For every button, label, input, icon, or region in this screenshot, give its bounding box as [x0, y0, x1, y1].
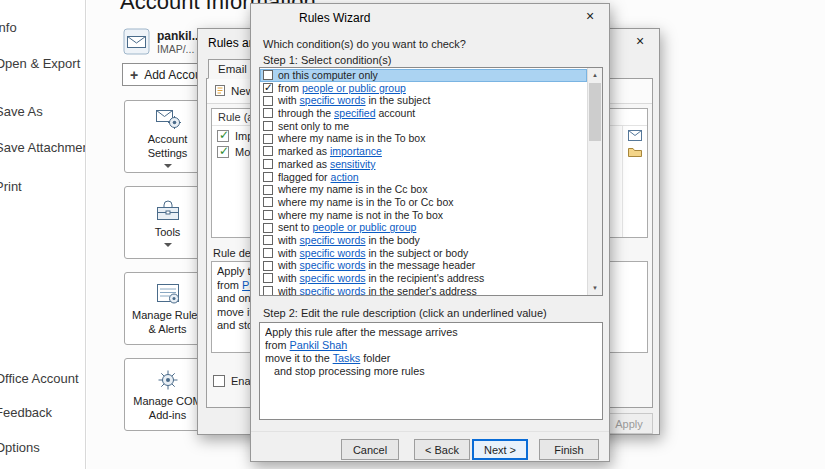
condition-checkbox[interactable]	[263, 235, 273, 245]
wizard-question: Which condition(s) do you want to check?	[263, 38, 466, 50]
sidebar-item-print[interactable]: Print	[0, 179, 22, 194]
text-segment: from	[278, 82, 302, 94]
scroll-down-icon[interactable]: ▼	[588, 281, 602, 295]
condition-value-link[interactable]: people or public group	[312, 221, 416, 233]
tools-icon	[155, 198, 181, 224]
rules-alerts-icon	[155, 281, 181, 307]
sidebar-item-info[interactable]: Info	[0, 20, 17, 35]
condition-checkbox[interactable]	[263, 223, 273, 233]
condition-row[interactable]: sent only to me	[260, 120, 587, 133]
condition-checkbox[interactable]	[263, 146, 273, 156]
condition-label: on this computer only	[278, 69, 378, 82]
next-button[interactable]: Next >	[472, 439, 528, 460]
wizard-value-link[interactable]: Pankil Shah	[290, 339, 348, 351]
condition-checkbox[interactable]	[263, 172, 273, 182]
condition-checkbox[interactable]	[263, 159, 273, 169]
condition-value-link[interactable]: sensitivity	[330, 158, 376, 170]
text-segment: in the subject	[366, 94, 431, 106]
condition-checkbox[interactable]	[263, 121, 273, 131]
wizard-title-bar[interactable]: Rules Wizard ×	[251, 4, 609, 32]
condition-row[interactable]: through the specified account	[260, 107, 587, 120]
step1-label: Step 1: Select condition(s)	[263, 54, 391, 66]
wizard-description-line: Apply this rule after the message arrive…	[265, 326, 597, 339]
condition-row[interactable]: with specific words in the body	[260, 234, 587, 247]
rule-checkbox[interactable]: ✓	[217, 146, 229, 158]
condition-checkbox[interactable]	[263, 286, 273, 295]
condition-value-link[interactable]: specific words	[300, 285, 366, 295]
sidebar-item-save-as[interactable]: Save As	[0, 104, 43, 119]
conditions-listbox: on this computer only✓from people or pub…	[259, 67, 603, 296]
cancel-button[interactable]: Cancel	[341, 439, 399, 460]
enable-rules-checkbox[interactable]	[213, 375, 225, 387]
condition-checkbox[interactable]	[263, 197, 273, 207]
wizard-value-link[interactable]: Tasks	[333, 352, 361, 364]
condition-checkbox[interactable]	[263, 134, 273, 144]
condition-checkbox[interactable]	[263, 185, 273, 195]
rule-checkbox[interactable]: ✓	[217, 130, 229, 142]
text-segment: where my name is in the Cc box	[278, 183, 427, 195]
condition-row[interactable]: with specific words in the subject	[260, 94, 587, 107]
condition-row[interactable]: with specific words in the subject or bo…	[260, 247, 587, 260]
condition-row[interactable]: ✓from people or public group	[260, 82, 587, 95]
condition-label: marked as importance	[278, 145, 382, 158]
text-segment: in the sender's address	[366, 285, 477, 295]
text-segment: with	[278, 234, 300, 246]
condition-label: with specific words in the sender's addr…	[278, 285, 477, 295]
wizard-description-box: Apply this rule after the message arrive…	[259, 322, 603, 420]
account-text: pankil... IMAP/...	[157, 29, 202, 55]
condition-row[interactable]: with specific words in the sender's addr…	[260, 285, 587, 295]
account-settings-icon	[155, 105, 181, 131]
condition-row[interactable]: flagged for action	[260, 171, 587, 184]
condition-checkbox[interactable]	[263, 108, 273, 118]
text-segment: sent to	[278, 221, 312, 233]
new-rule-icon	[214, 84, 226, 99]
condition-value-link[interactable]: people or public group	[302, 82, 406, 94]
condition-value-link[interactable]: specific words	[300, 234, 366, 246]
text-segment: with	[278, 272, 300, 284]
sidebar-item-save-attachments[interactable]: Save Attachments	[0, 140, 86, 155]
apply-button[interactable]: Apply	[605, 413, 653, 434]
condition-value-link[interactable]: specified	[334, 107, 375, 119]
condition-row[interactable]: sent to people or public group	[260, 221, 587, 234]
condition-value-link[interactable]: importance	[330, 145, 382, 157]
sidebar-item-feedback[interactable]: Feedback	[0, 405, 52, 420]
scrollbar[interactable]: ▲ ▼	[587, 68, 602, 295]
close-icon[interactable]: ×	[623, 30, 657, 51]
condition-value-link[interactable]: specific words	[300, 259, 366, 271]
condition-row[interactable]: where my name is in the To or Cc box	[260, 196, 587, 209]
condition-value-link[interactable]: action	[331, 171, 359, 183]
condition-row[interactable]: where my name is in the Cc box	[260, 183, 587, 196]
sidebar-item-options[interactable]: Options	[0, 440, 40, 455]
sidebar-item-office-account[interactable]: Office Account	[0, 371, 79, 386]
condition-value-link[interactable]: specific words	[300, 94, 366, 106]
account-name: pankil...	[157, 29, 202, 43]
text-segment: in the message header	[366, 259, 476, 271]
condition-checkbox[interactable]	[263, 70, 273, 80]
condition-row[interactable]: where my name is in the To box	[260, 132, 587, 145]
finish-button[interactable]: Finish	[539, 439, 599, 460]
condition-checkbox[interactable]	[263, 210, 273, 220]
back-button[interactable]: < Back	[414, 439, 470, 460]
tile-label: Account Settings	[127, 133, 208, 161]
condition-checkbox[interactable]: ✓	[263, 83, 273, 93]
condition-checkbox[interactable]	[263, 273, 273, 283]
condition-row[interactable]: on this computer only	[260, 69, 587, 82]
text-segment: with	[278, 259, 300, 271]
condition-row[interactable]: with specific words in the message heade…	[260, 259, 587, 272]
close-icon[interactable]: ×	[573, 5, 607, 26]
condition-row[interactable]: where my name is not in the To box	[260, 209, 587, 222]
condition-row[interactable]: with specific words in the recipient's a…	[260, 272, 587, 285]
scroll-up-icon[interactable]: ▲	[588, 68, 602, 82]
scrollbar-thumb[interactable]	[589, 83, 601, 141]
condition-value-link[interactable]: specific words	[300, 272, 366, 284]
condition-row[interactable]: marked as importance	[260, 145, 587, 158]
sidebar-item-open-export[interactable]: Open & Export	[0, 56, 80, 71]
wizard-description-line: from Pankil Shah	[265, 339, 597, 352]
condition-checkbox[interactable]	[263, 248, 273, 258]
condition-value-link[interactable]: specific words	[300, 247, 366, 259]
condition-checkbox[interactable]	[263, 261, 273, 271]
account-icon	[123, 28, 150, 55]
text-segment: from	[217, 279, 242, 291]
condition-checkbox[interactable]	[263, 96, 273, 106]
condition-row[interactable]: marked as sensitivity	[260, 158, 587, 171]
